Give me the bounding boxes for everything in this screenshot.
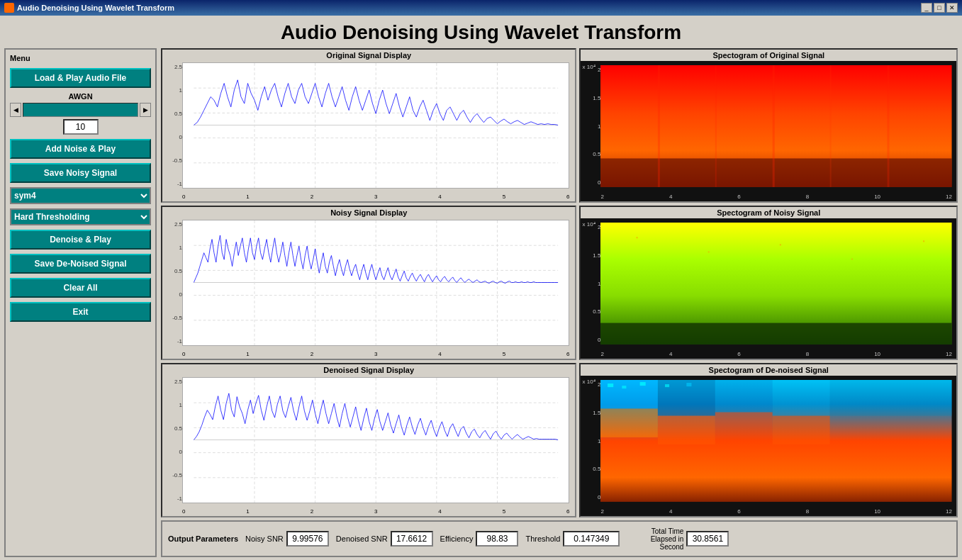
wavelet-dropdown[interactable]: sym4 db4 haar bior [10, 187, 151, 204]
svg-rect-55 [622, 386, 627, 388]
original-waveform-svg [182, 62, 569, 189]
title-bar: Audio Denoising Using Wavelet Transform … [0, 0, 962, 16]
awgn-label: AWGN [68, 92, 92, 101]
noisy-snr-group: Noisy SNR 9.99576 [245, 531, 329, 547]
noisy-snr-value: 9.99576 [286, 531, 329, 547]
main-content: Menu Load & Play Audio File AWGN ◀ ▶ Add… [0, 48, 962, 560]
spectogram-noisy-title: Spectogram of Noisy Signal [581, 207, 956, 218]
save-noisy-button[interactable]: Save Noisy Signal [10, 163, 151, 183]
total-time-value: 30.8561 [686, 531, 729, 547]
original-x-axis: 0123456 [182, 194, 569, 200]
x104-label2: x 10⁴ [582, 221, 595, 228]
denoised-signal-title: Denoised Signal Display [162, 366, 575, 374]
svg-rect-50 [715, 413, 773, 441]
spectogram-denoised-title: Spectogram of De-noised Signal [581, 364, 956, 376]
x104-label: x 10⁴ [582, 64, 595, 70]
svg-rect-14 [773, 65, 775, 187]
svg-rect-54 [608, 383, 614, 387]
noisy-signal-title: Noisy Signal Display [162, 208, 575, 217]
noisy-waveform-svg [182, 220, 569, 346]
spectogram-denoised-svg [600, 380, 952, 502]
svg-rect-15 [830, 65, 832, 187]
denoised-waveform-svg [182, 377, 569, 503]
noisy-signal-plot: Noisy Signal Display [161, 206, 576, 360]
svg-rect-16 [888, 65, 890, 187]
original-y-axis: 2.510.50-0.5-1 [164, 64, 182, 187]
noisy-x-axis: 0123456 [182, 351, 569, 357]
denoised-snr-group: Denoised SNR 17.6612 [336, 531, 433, 547]
spectogram-original-container: Spectogram of Original Signal x 10⁴ [579, 48, 958, 203]
efficiency-value: 98.83 [476, 531, 518, 547]
threshold-value: 0.147349 [563, 531, 620, 547]
svg-rect-48 [658, 416, 715, 444]
x104-label3: x 10⁴ [582, 379, 595, 385]
svg-rect-29 [637, 237, 638, 238]
spec-den-x-axis: 24681012 [600, 508, 952, 515]
threshold-dropdown[interactable]: Hard Thresholding Soft Thresholding [10, 208, 151, 225]
exit-button[interactable]: Exit [10, 302, 151, 322]
spectogram-denoised-container: Spectogram of De-noised Signal x 10⁴ [579, 363, 958, 517]
svg-rect-33 [924, 240, 925, 242]
plots-row-1: Original Signal Display [161, 48, 958, 203]
snr-input[interactable] [63, 119, 99, 135]
save-denoised-button[interactable]: Save De-Noised Signal [10, 254, 151, 274]
denoise-play-button[interactable]: Denoise & Play [10, 230, 151, 250]
title-bar-left: Audio Denoising Using Wavelet Transform [4, 3, 174, 13]
app-title: Audio Denoising Using Wavelet Transform [0, 16, 962, 48]
original-signal-plot: Original Signal Display [161, 48, 576, 203]
window-title: Audio Denoising Using Wavelet Transform [17, 4, 174, 12]
svg-rect-58 [687, 383, 692, 386]
svg-rect-49 [715, 380, 773, 413]
denoised-snr-label: Denoised SNR [336, 534, 388, 543]
plots-row-3: Denoised Signal Display [161, 363, 958, 517]
svg-rect-13 [715, 65, 717, 187]
spec-noisy-x-axis: 24681012 [600, 351, 952, 357]
svg-rect-52 [773, 416, 830, 444]
app-container: Audio Denoising Using Wavelet Transform … [0, 16, 962, 560]
slider-right-arrow[interactable]: ▶ [140, 103, 151, 117]
noisy-y-axis: 2.510.50-0.5-1 [164, 221, 182, 345]
svg-rect-30 [708, 251, 710, 252]
title-bar-buttons: _ □ ✕ [921, 3, 958, 13]
close-button[interactable]: ✕ [946, 3, 958, 13]
svg-rect-57 [665, 384, 669, 387]
minimize-button[interactable]: _ [921, 3, 932, 13]
svg-rect-28 [600, 323, 952, 345]
denoised-y-axis: 2.510.50-0.5-1 [164, 379, 182, 502]
menu-panel: Menu Load & Play Audio File AWGN ◀ ▶ Add… [4, 48, 157, 557]
slider-left-arrow[interactable]: ◀ [10, 103, 21, 117]
spec-den-y-axis: 21.510.50 [582, 381, 600, 500]
add-noise-button[interactable]: Add Noise & Play [10, 139, 151, 159]
maximize-button[interactable]: □ [934, 3, 945, 13]
output-params-bar: Output Parameters Noisy SNR 9.99576 Deno… [161, 520, 958, 557]
spec-noisy-y-axis: 21.510.50 [582, 224, 600, 343]
spec-orig-y-axis: 21.510.50 [582, 67, 600, 186]
plots-area: Original Signal Display [161, 48, 958, 557]
svg-rect-51 [773, 380, 830, 416]
spectogram-original-svg [600, 65, 952, 187]
output-params-label: Output Parameters [168, 534, 238, 543]
total-time-label: Total Time Elapsed in Second [627, 527, 683, 551]
clear-all-button[interactable]: Clear All [10, 278, 151, 298]
menu-label: Menu [10, 54, 151, 62]
plots-row-2: Noisy Signal Display [161, 206, 958, 360]
svg-rect-31 [780, 244, 781, 245]
noisy-snr-label: Noisy SNR [245, 534, 284, 543]
denoised-signal-plot: Denoised Signal Display [161, 363, 576, 517]
spectogram-noisy-container: Spectogram of Noisy Signal x 10⁴ [579, 206, 958, 360]
svg-rect-12 [658, 65, 660, 187]
svg-rect-11 [600, 158, 952, 186]
threshold-group: Threshold 0.147349 [525, 531, 620, 547]
awgn-slider-track[interactable] [23, 103, 138, 117]
original-signal-title: Original Signal Display [162, 51, 575, 60]
denoised-x-axis: 0123456 [182, 508, 569, 515]
awgn-slider-row: ◀ ▶ [10, 103, 151, 117]
svg-rect-32 [851, 259, 853, 260]
total-time-group: Total Time Elapsed in Second 30.8561 [627, 527, 729, 551]
load-play-button[interactable]: Load & Play Audio File [10, 68, 151, 88]
svg-rect-46 [600, 408, 658, 437]
threshold-label: Threshold [525, 534, 560, 543]
spec-orig-x-axis: 24681012 [600, 194, 952, 200]
efficiency-label: Efficiency [440, 534, 474, 543]
awgn-section: AWGN ◀ ▶ [10, 92, 151, 135]
